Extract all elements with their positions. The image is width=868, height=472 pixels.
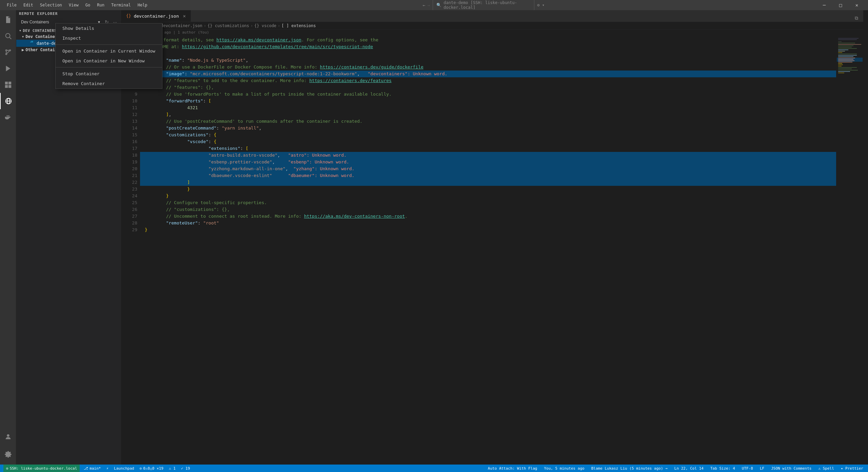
menu-run[interactable]: Run <box>94 1 108 9</box>
section-label-dev-containers: DEV CONTAINERS <box>23 28 57 33</box>
code-line-21: "dbaeumer.vscode-eslint" "dbaeumer": Unk… <box>140 172 836 179</box>
svg-rect-53 <box>838 70 858 71</box>
svg-rect-50 <box>838 66 842 66</box>
editor-content[interactable]: 12345 678910 1112131415 1617181920 21222… <box>121 35 863 465</box>
remote-label: SSH: liske-ubuntu-docker.local <box>10 466 77 471</box>
svg-rect-51 <box>838 67 857 68</box>
svg-rect-47 <box>838 62 852 62</box>
context-menu-stop-container[interactable]: Stop Container <box>56 69 162 79</box>
extensions-activity-icon[interactable] <box>0 77 16 93</box>
context-menu-open-current[interactable]: Open in Container in Current Window <box>56 46 162 56</box>
code-line-9: // Use 'forwardPorts' to make a list of … <box>140 91 836 98</box>
breadcrumb-vscode[interactable]: {} vscode <box>254 23 276 28</box>
source-control-activity-icon[interactable] <box>0 44 16 60</box>
check-count: ✓ 19 <box>181 466 190 471</box>
tab-close-icon[interactable]: ✕ <box>183 13 186 19</box>
svg-rect-2 <box>7 19 8 19</box>
run-debug-activity-icon[interactable] <box>0 60 16 77</box>
code-line-19: "esbenp.prettier-vscode", "esbenp": Unkn… <box>140 159 836 165</box>
checks-item[interactable]: ✓ 19 <box>180 465 192 472</box>
tab-size-item[interactable]: Tab Size: 4 <box>709 465 736 472</box>
sync-status-item[interactable]: ⚡ <box>105 465 110 472</box>
spell-item[interactable]: ⚠ Spell <box>817 465 835 472</box>
svg-rect-40 <box>838 54 857 54</box>
encoding-item[interactable]: UTF-8 <box>741 465 754 472</box>
git-blame-item[interactable]: Blame Lukasz Liu (5 minutes ago) → <box>590 465 669 472</box>
search-activity-icon[interactable] <box>0 28 16 44</box>
warnings-item[interactable]: ⚠ 1 <box>167 465 177 472</box>
minimize-button[interactable]: ─ <box>816 0 832 10</box>
maximize-button[interactable]: □ <box>833 0 848 10</box>
svg-rect-36 <box>838 48 857 49</box>
context-menu-inspect[interactable]: Inspect <box>56 33 162 43</box>
open-new-label: Open in Container in New Window <box>62 58 145 63</box>
docker-activity-icon[interactable] <box>0 109 16 125</box>
remote-status-item[interactable]: ⊙ SSH: liske-ubuntu-docker.local <box>3 465 80 472</box>
svg-point-7 <box>5 54 7 55</box>
close-button[interactable]: ✕ <box>849 0 865 10</box>
code-line-11: 4321 <box>140 104 836 111</box>
breadcrumb-filename[interactable]: devcontainer.json <box>161 23 202 28</box>
svg-rect-11 <box>5 85 7 88</box>
problems-item[interactable]: ⊙ 0⚠0△0 ✕19 <box>138 465 165 472</box>
breadcrumb-sep-3: › <box>251 23 253 28</box>
git-time-item[interactable]: You, 5 minutes ago <box>542 465 586 472</box>
accounts-activity-icon[interactable] <box>0 429 16 445</box>
remote-explorer-activity-icon[interactable] <box>0 93 16 109</box>
encoding-label: UTF-8 <box>742 466 753 471</box>
eol-item[interactable]: LF <box>758 465 766 472</box>
svg-rect-12 <box>8 85 11 88</box>
svg-rect-24 <box>31 42 32 42</box>
nav-forward[interactable]: → <box>427 3 430 8</box>
breadcrumb-sep-2: › <box>204 23 206 28</box>
launchpad-item[interactable]: Launchpad <box>113 465 136 472</box>
tab-devcontainer-json[interactable]: {} devcontainer.json ✕ <box>121 10 191 22</box>
context-menu-show-details[interactable]: Show Details <box>56 23 162 33</box>
code-area[interactable]: // For format details, see https://aka.m… <box>140 35 836 465</box>
dev-containers-sub-label: Dev Containers <box>25 34 60 39</box>
svg-rect-19 <box>6 116 8 117</box>
status-bar: ⊙ SSH: liske-ubuntu-docker.local ⎇ main*… <box>0 465 868 472</box>
svg-rect-48 <box>838 63 842 64</box>
git-time-label: You, 5 minutes ago <box>544 466 584 471</box>
menu-help[interactable]: Help <box>134 1 151 9</box>
spell-label: ⚠ Spell <box>818 466 834 471</box>
right-bar <box>863 10 868 465</box>
language-item[interactable]: JSON with Comments <box>770 465 813 472</box>
svg-point-3 <box>5 34 10 38</box>
menu-go[interactable]: Go <box>82 1 94 9</box>
dropdown-label: Dev Containers <box>21 20 49 24</box>
context-menu-remove-container[interactable]: Remove Container <box>56 79 162 88</box>
git-branch-icon: ⎇ <box>84 466 88 471</box>
settings-activity-icon[interactable] <box>0 446 16 463</box>
menu-terminal[interactable]: Terminal <box>108 1 134 9</box>
explorer-activity-icon[interactable] <box>0 12 16 28</box>
status-bar-right: Auto Attach: With Flag You, 5 minutes ag… <box>487 465 865 472</box>
auto-attach-item[interactable]: Auto Attach: With Flag <box>487 465 539 472</box>
chevron-right-icon-sub: ▾ <box>22 34 24 39</box>
context-menu-open-new[interactable]: Open in Container in New Window <box>56 56 162 66</box>
search-bar[interactable]: 🔍 dante-demo [SSH: liske-ubuntu-docker.l… <box>433 0 534 11</box>
svg-rect-35 <box>838 47 852 47</box>
branch-name: main* <box>90 466 101 471</box>
split-editor-icon[interactable]: ⧉ <box>853 15 860 22</box>
nav-back[interactable]: ← <box>423 3 426 8</box>
branch-status-item[interactable]: ⎇ main* <box>82 465 102 472</box>
breadcrumb-extensions[interactable]: [ ] extensions <box>281 23 316 28</box>
search-text: dante-demo [SSH: liske-ubuntu-docker.loc… <box>443 0 531 10</box>
code-line-8: // "features": {}, <box>140 84 836 91</box>
menu-selection[interactable]: Selection <box>37 1 65 9</box>
menu-edit[interactable]: Edit <box>20 1 37 9</box>
svg-rect-32 <box>838 43 855 43</box>
menu-view[interactable]: View <box>65 1 82 9</box>
svg-rect-37 <box>838 50 848 50</box>
status-bar-left: ⊙ SSH: liske-ubuntu-docker.local ⎇ main*… <box>3 465 191 472</box>
menus: File Edit Selection View Go Run Terminal… <box>3 1 151 9</box>
breadcrumb-customizations[interactable]: {} customizations <box>208 23 249 28</box>
remote-icon: ⊙ <box>6 466 8 471</box>
cursor-position-item[interactable]: Ln 22, Col 14 <box>673 465 705 472</box>
prettier-item[interactable]: ✦ Prettier <box>840 465 865 472</box>
context-menu: Show Details Inspect Open in Container i… <box>55 23 162 89</box>
launchpad-label: Launchpad <box>114 466 134 471</box>
menu-file[interactable]: File <box>3 1 20 9</box>
